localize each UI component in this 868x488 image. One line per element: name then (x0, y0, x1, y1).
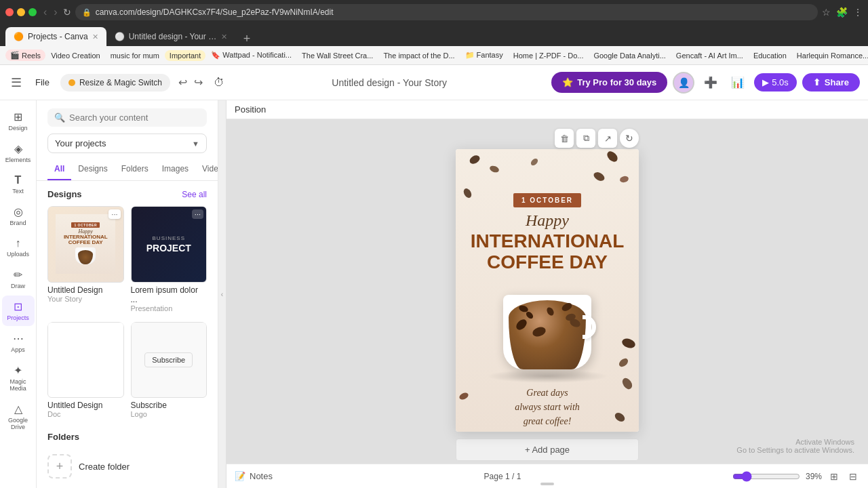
bookmark-video[interactable]: Video Creation (46, 50, 105, 61)
add-user-btn[interactable]: ➕ (700, 72, 722, 93)
sidebar-item-elements[interactable]: ◈ Elements (2, 138, 35, 168)
sidebar-item-brand[interactable]: ◎ Brand (2, 201, 35, 231)
address-text: canva.com/design/DAGHKCsx7F4/Sue_p2ePaz-… (96, 7, 334, 17)
reels-icon: 🎬 (10, 51, 20, 60)
zoom-slider[interactable] (732, 471, 800, 482)
google-drive-label: Google Drive (5, 417, 32, 430)
bookmark-impact[interactable]: The impact of the D... (378, 50, 459, 61)
bookmark-wattpad[interactable]: 🔖 Wattpad - Notificati... (206, 49, 296, 61)
design-card-1-more-btn[interactable]: ··· (108, 209, 120, 219)
undo-btn[interactable]: ↩ (176, 73, 190, 92)
create-folder-item[interactable]: + Create folder (47, 449, 207, 484)
bookmark-fantasy[interactable]: 📁 Fantasy (460, 49, 508, 61)
notes-btn[interactable]: 📝 Notes (235, 471, 273, 481)
magic-switch-btn[interactable]: Resize & Magic Switch (60, 74, 170, 92)
project-dropdown[interactable]: Your projects ▼ (47, 134, 207, 153)
folders-section-title: Folders (47, 432, 79, 442)
preview-delete-btn[interactable]: 🗑 (555, 129, 574, 148)
notes-icon: 📝 (235, 471, 245, 481)
back-btn[interactable]: ‹ (41, 5, 50, 20)
file-menu-btn[interactable]: File (30, 75, 55, 90)
filter-tab-images[interactable]: Images (155, 159, 195, 180)
filter-tab-designs[interactable]: Designs (71, 159, 114, 180)
bookmark-reels[interactable]: 🎬 Reels (5, 49, 45, 61)
design-card-3-type: Doc (47, 410, 124, 418)
bookmark-gencraft[interactable]: Gencaft - AI Art Im... (671, 50, 748, 61)
window-controls (5, 8, 37, 16)
bookmark-zpdf[interactable]: Home | Z-PDF - Do... (509, 50, 589, 61)
redo-btn[interactable]: ↪ (191, 73, 205, 92)
magic-dot (68, 79, 75, 86)
designs-see-all-btn[interactable]: See all (182, 190, 207, 199)
collapse-panel-btn[interactable]: ‹ (218, 100, 226, 488)
search-input[interactable] (69, 113, 200, 123)
bookmark-education[interactable]: Education (749, 50, 791, 61)
projects-label: Projects (7, 314, 29, 321)
design-icon: ⊞ (14, 110, 22, 123)
poster: 1 OCTOBER Happy INTERNATIONAL COFFEE DAY (456, 149, 639, 432)
sidebar-item-google-drive[interactable]: △ Google Drive (2, 398, 35, 435)
timer-btn[interactable]: ⏱ (211, 74, 227, 92)
bookmark-google-data[interactable]: Google Data Analyti... (589, 50, 670, 61)
design-card-3[interactable]: Untitled Design Doc (47, 322, 124, 422)
add-page-bar[interactable]: + Add page (456, 439, 639, 461)
maximize-btn[interactable] (28, 8, 37, 16)
apps-label: Apps (11, 346, 25, 353)
tab-2[interactable]: ⚪ Untitled design - Your Story ✕ (106, 27, 235, 46)
starred-folder-item[interactable]: ⭐ Starred (47, 484, 207, 488)
chevron-down-icon: ▼ (192, 140, 199, 148)
bookmark-star-btn[interactable]: ☆ (822, 7, 831, 18)
filter-tab-videos[interactable]: Videos (195, 159, 218, 180)
sidebar-item-text[interactable]: T Text (2, 169, 35, 199)
design-preview[interactable]: 1 OCTOBER Happy INTERNATIONAL COFFEE DAY (456, 149, 639, 432)
bookmark-music[interactable]: music for mum (106, 50, 164, 61)
new-tab-btn[interactable]: + (238, 31, 256, 46)
share-btn[interactable]: ⬆ Share (802, 73, 860, 92)
filter-tab-folders[interactable]: Folders (115, 159, 155, 180)
design-card-4[interactable]: Subscribe Subscribe Logo (131, 322, 208, 422)
design-card-1-type: Your Story (47, 295, 124, 303)
preview-refresh-btn[interactable]: ↻ (620, 129, 639, 148)
project-dropdown-text: Your projects (55, 138, 106, 148)
designs-section-title: Designs (47, 189, 82, 199)
play-icon: ▶ (762, 77, 769, 87)
design-card-1[interactable]: 1 OCTOBER Happy INTERNATIONALCOFFEE DAY … (47, 206, 124, 315)
design-card-2-more-btn[interactable]: ··· (192, 209, 203, 219)
avatar-btn[interactable]: 👤 (673, 72, 694, 94)
design-card-2[interactable]: BUSINESS PROJECT ··· Lorem ipsum dolor .… (131, 206, 208, 315)
elements-icon: ◈ (14, 142, 22, 155)
share-icon: ⬆ (813, 77, 821, 87)
browser-menu-btn[interactable]: ⋮ (853, 7, 863, 18)
grid-view-btn[interactable]: ⊞ (827, 468, 841, 485)
tab1-close-icon[interactable]: ✕ (92, 33, 98, 41)
sidebar-item-uploads[interactable]: ↑ Uploads (2, 232, 35, 262)
try-pro-btn[interactable]: ⭐ Try Pro for 30 days (551, 72, 667, 93)
bookmark-important[interactable]: Important (165, 50, 205, 61)
bookmark-harlequin[interactable]: Harlequin Romance... (792, 50, 868, 61)
tab1-label: Projects - Canva (28, 32, 88, 41)
forward-btn[interactable]: › (51, 5, 60, 20)
filter-tab-all[interactable]: All (47, 159, 71, 180)
play-label: 5.0s (772, 77, 789, 87)
tab1-favicon: 🟠 (14, 32, 24, 41)
apps-icon: ⋯ (13, 332, 24, 345)
sidebar-item-magic-media[interactable]: ✦ Magic Media (2, 359, 35, 396)
sidebar-item-apps[interactable]: ⋯ Apps (2, 327, 35, 358)
sidebar-item-projects[interactable]: ⊡ Projects (2, 296, 35, 326)
minimize-btn[interactable] (17, 8, 25, 16)
tab-1[interactable]: 🟠 Projects - Canva ✕ (5, 27, 106, 46)
preview-copy-btn[interactable]: ⧉ (576, 129, 595, 148)
bookmark-wsj[interactable]: The Wall Street Cra... (297, 50, 378, 61)
list-view-btn[interactable]: ⊟ (846, 468, 860, 485)
play-btn[interactable]: ▶ 5.0s (754, 73, 797, 92)
refresh-btn[interactable]: ↻ (63, 7, 71, 18)
analytics-btn[interactable]: 📊 (727, 72, 749, 93)
extensions-btn[interactable]: 🧩 (836, 7, 848, 18)
pro-star-icon: ⭐ (562, 77, 573, 87)
sidebar-item-design[interactable]: ⊞ Design (2, 106, 35, 136)
hamburger-menu-btn[interactable]: ☰ (8, 73, 24, 93)
close-btn[interactable] (5, 8, 14, 16)
sidebar-item-draw[interactable]: ✏ Draw (2, 264, 35, 294)
tab2-close-icon[interactable]: ✕ (221, 33, 227, 41)
preview-export-btn[interactable]: ↗ (598, 129, 617, 148)
